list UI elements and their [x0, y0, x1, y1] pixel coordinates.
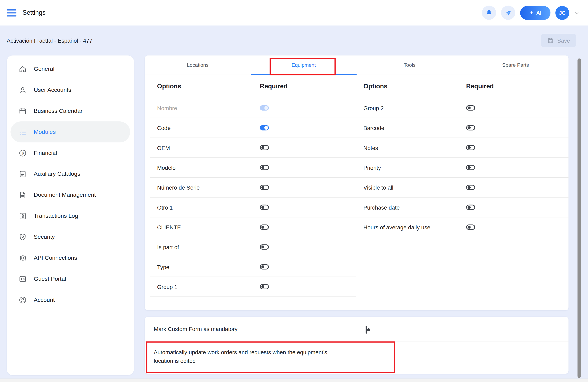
document-icon: [18, 190, 27, 199]
shield-icon: [18, 232, 27, 241]
sidebar-item-label: API Connections: [34, 255, 77, 261]
sidebar-item-business-calendar[interactable]: Business Calendar: [10, 101, 130, 121]
required-toggle[interactable]: [260, 165, 269, 170]
required-toggle[interactable]: [260, 284, 269, 289]
option-row-priority: Priority: [356, 158, 568, 178]
notifications-button[interactable]: [482, 6, 496, 20]
option-label: Group 1: [150, 283, 260, 290]
sidebar-item-guest-portal[interactable]: Guest Portal: [10, 268, 130, 289]
sidebar-item-auxiliary-catalogs[interactable]: Auxiliary Catalogs: [10, 163, 130, 184]
option-label: Purchase date: [356, 204, 466, 210]
tab-spare-parts[interactable]: Spare Parts: [463, 56, 568, 75]
setting-label: Automatically update work orders and req…: [154, 348, 347, 365]
gear-icon: [18, 253, 27, 262]
option-label: Type: [150, 264, 260, 270]
option-row-visible-to-all: Visible to all: [356, 178, 568, 198]
options-table: Options Required Nombre Code OEM Modelo: [145, 75, 568, 297]
sidebar-item-security[interactable]: Security: [10, 226, 130, 247]
required-toggle[interactable]: [260, 105, 269, 111]
option-row-barcode: Barcode: [356, 118, 568, 138]
required-toggle[interactable]: [466, 205, 475, 210]
option-label: CLIENTE: [150, 224, 260, 230]
required-header: Required: [260, 83, 288, 90]
sidebar-item-label: Guest Portal: [34, 276, 66, 282]
required-toggle[interactable]: [260, 264, 269, 270]
tab-locations[interactable]: Locations: [145, 56, 251, 75]
sidebar-item-api-connections[interactable]: API Connections: [10, 247, 130, 268]
ai-button-label: AI: [536, 10, 542, 16]
module-tabs: Locations Equipment Tools Spare Parts: [145, 56, 568, 75]
option-row-nombre: Nombre: [150, 98, 356, 118]
mandatory-custom-form-toggle[interactable]: [366, 326, 367, 334]
vertical-scrollbar[interactable]: [578, 59, 581, 378]
option-row-cliente: CLIENTE: [150, 217, 356, 237]
hamburger-menu-icon[interactable]: [7, 9, 17, 16]
sidebar-item-financial[interactable]: $ Financial: [10, 142, 130, 163]
modules-settings-panel: Locations Equipment Tools Spare Parts Op…: [145, 56, 568, 310]
custom-form-settings-card: Mark Custom Form as mandatory Automatica…: [145, 317, 568, 374]
required-toggle[interactable]: [260, 205, 269, 210]
options-header: Options: [356, 83, 466, 90]
required-toggle[interactable]: [466, 224, 475, 230]
account-menu-button[interactable]: [574, 10, 580, 16]
option-row-is-part-of: Is part of: [150, 237, 356, 257]
option-row-type: Type: [150, 257, 356, 277]
setting-label: Mark Custom Form as mandatory: [154, 325, 237, 333]
sparkle-icon: [529, 10, 534, 15]
option-label: OEM: [150, 144, 260, 151]
options-column-right: Options Required Group 2 Barcode Notes P…: [356, 75, 568, 297]
sidebar-item-label: Account: [34, 297, 55, 303]
option-row-notes: Notes: [356, 138, 568, 158]
tab-equipment[interactable]: Equipment: [251, 56, 357, 75]
financial-icon: $: [18, 148, 27, 157]
svg-text:$: $: [21, 151, 24, 155]
option-row-hours-of-average-daily-use: Hours of average daily use: [356, 217, 568, 237]
required-toggle[interactable]: [466, 185, 475, 190]
save-button-label: Save: [557, 37, 570, 44]
required-toggle[interactable]: [466, 125, 475, 130]
save-button[interactable]: Save: [541, 34, 576, 47]
settings-sidebar: General User Accounts Business Calendar …: [7, 56, 134, 375]
option-label: Otro 1: [150, 204, 260, 210]
option-label: Priority: [356, 164, 466, 171]
required-toggle[interactable]: [466, 145, 475, 150]
required-toggle[interactable]: [260, 244, 269, 250]
required-toggle[interactable]: [466, 165, 475, 170]
bell-icon: [485, 9, 493, 17]
ai-assistant-button[interactable]: AI: [520, 6, 551, 20]
option-label: Número de Serie: [150, 184, 260, 191]
required-toggle[interactable]: [260, 185, 269, 190]
option-label: Barcode: [356, 125, 466, 131]
required-toggle[interactable]: [466, 105, 475, 111]
sidebar-item-document-management[interactable]: Document Management: [10, 184, 130, 205]
sidebar-item-transactions-log[interactable]: Transactions Log: [10, 205, 130, 226]
required-toggle[interactable]: [260, 145, 269, 150]
sidebar-item-label: General: [34, 65, 54, 72]
tab-tools[interactable]: Tools: [357, 56, 463, 75]
option-row-purchase-date: Purchase date: [356, 198, 568, 217]
save-icon: [547, 37, 554, 44]
sidebar-item-label: Auxiliary Catalogs: [34, 171, 80, 177]
option-row-otro-1: Otro 1: [150, 198, 356, 217]
options-column-left: Options Required Nombre Code OEM Modelo: [150, 75, 356, 297]
catalog-icon: [18, 169, 27, 178]
user-avatar[interactable]: JC: [555, 6, 569, 20]
calendar-icon: [18, 106, 27, 116]
option-row-group-2: Group 2: [356, 98, 568, 118]
settings-page: Settings: [0, 0, 588, 382]
modules-icon: [18, 127, 27, 136]
option-label: Notes: [356, 144, 466, 151]
sidebar-item-general[interactable]: General: [10, 59, 130, 80]
option-row-modelo: Modelo: [150, 158, 356, 178]
table-header: Options Required: [150, 75, 356, 98]
required-toggle[interactable]: [260, 224, 269, 230]
required-toggle[interactable]: [260, 125, 269, 130]
launcher-button[interactable]: [501, 6, 515, 20]
sidebar-item-account[interactable]: Account: [10, 289, 130, 310]
sidebar-item-user-accounts[interactable]: User Accounts: [10, 79, 130, 101]
option-row-group-1: Group 1: [150, 277, 356, 297]
sidebar-item-modules[interactable]: Modules: [10, 121, 130, 142]
option-label: Modelo: [150, 164, 260, 171]
sidebar-item-label: Transactions Log: [34, 212, 78, 219]
page-title: Settings: [22, 9, 45, 17]
